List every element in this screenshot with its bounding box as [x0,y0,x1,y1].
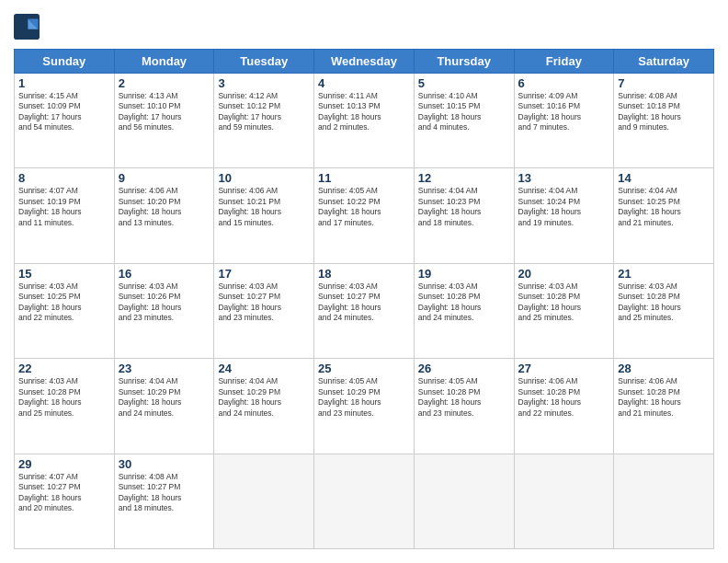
week-row-2: 8Sunrise: 4:07 AM Sunset: 10:19 PM Dayli… [15,168,714,263]
day-info: Sunrise: 4:10 AM Sunset: 10:15 PM Daylig… [418,91,510,133]
day-info: Sunrise: 4:06 AM Sunset: 10:28 PM Daylig… [518,376,610,419]
calendar-cell: 22Sunrise: 4:03 AM Sunset: 10:28 PM Dayl… [15,359,115,454]
calendar-cell: 14Sunrise: 4:04 AM Sunset: 10:25 PM Dayl… [614,168,714,263]
logo [14,14,43,40]
week-row-1: 1Sunrise: 4:15 AM Sunset: 10:09 PM Dayli… [15,74,714,168]
calendar-cell: 10Sunrise: 4:06 AM Sunset: 10:21 PM Dayl… [214,168,314,263]
week-row-4: 22Sunrise: 4:03 AM Sunset: 10:28 PM Dayl… [15,359,714,454]
weekday-monday: Monday [114,50,214,74]
calendar-cell [414,454,514,548]
day-number: 10 [218,171,310,185]
weekday-friday: Friday [514,50,614,74]
day-number: 24 [218,362,310,375]
day-info: Sunrise: 4:03 AM Sunset: 10:28 PM Daylig… [418,282,510,324]
calendar-cell: 25Sunrise: 4:05 AM Sunset: 10:29 PM Dayl… [314,359,415,454]
day-info: Sunrise: 4:07 AM Sunset: 10:19 PM Daylig… [18,186,110,228]
calendar-cell [214,454,314,548]
day-info: Sunrise: 4:06 AM Sunset: 10:21 PM Daylig… [218,186,310,228]
day-number: 19 [418,267,510,281]
day-number: 13 [518,171,610,185]
day-info: Sunrise: 4:08 AM Sunset: 10:27 PM Daylig… [119,472,210,514]
calendar-cell: 15Sunrise: 4:03 AM Sunset: 10:25 PM Dayl… [15,263,115,358]
day-number: 4 [318,76,410,90]
day-info: Sunrise: 4:08 AM Sunset: 10:18 PM Daylig… [618,91,710,133]
calendar-cell: 4Sunrise: 4:11 AM Sunset: 10:13 PM Dayli… [314,74,415,168]
day-info: Sunrise: 4:03 AM Sunset: 10:27 PM Daylig… [318,282,410,324]
day-info: Sunrise: 4:13 AM Sunset: 10:10 PM Daylig… [119,91,210,133]
calendar-cell: 28Sunrise: 4:06 AM Sunset: 10:28 PM Dayl… [614,359,714,454]
week-row-3: 15Sunrise: 4:03 AM Sunset: 10:25 PM Dayl… [15,263,714,358]
day-number: 22 [18,362,110,375]
page-header [14,14,714,40]
day-info: Sunrise: 4:03 AM Sunset: 10:26 PM Daylig… [119,282,210,324]
day-info: Sunrise: 4:12 AM Sunset: 10:12 PM Daylig… [218,91,310,133]
day-info: Sunrise: 4:06 AM Sunset: 10:20 PM Daylig… [119,186,210,228]
day-info: Sunrise: 4:15 AM Sunset: 10:09 PM Daylig… [18,91,110,133]
calendar-cell: 7Sunrise: 4:08 AM Sunset: 10:18 PM Dayli… [614,74,714,168]
day-number: 12 [418,171,510,185]
day-number: 11 [318,171,410,185]
day-info: Sunrise: 4:03 AM Sunset: 10:28 PM Daylig… [518,282,610,324]
weekday-wednesday: Wednesday [314,50,415,74]
calendar-cell: 19Sunrise: 4:03 AM Sunset: 10:28 PM Dayl… [414,263,514,358]
day-number: 6 [518,76,610,90]
page-container: SundayMondayTuesdayWednesdayThursdayFrid… [0,0,728,563]
day-info: Sunrise: 4:05 AM Sunset: 10:28 PM Daylig… [418,376,510,419]
day-number: 28 [618,362,710,375]
day-info: Sunrise: 4:04 AM Sunset: 10:29 PM Daylig… [119,376,210,419]
calendar-cell: 6Sunrise: 4:09 AM Sunset: 10:16 PM Dayli… [514,74,614,168]
weekday-saturday: Saturday [614,50,714,74]
calendar-cell: 16Sunrise: 4:03 AM Sunset: 10:26 PM Dayl… [114,263,214,358]
calendar-table: SundayMondayTuesdayWednesdayThursdayFrid… [14,49,714,549]
calendar-cell: 27Sunrise: 4:06 AM Sunset: 10:28 PM Dayl… [514,359,614,454]
day-info: Sunrise: 4:03 AM Sunset: 10:25 PM Daylig… [18,282,110,324]
day-info: Sunrise: 4:04 AM Sunset: 10:29 PM Daylig… [218,376,310,419]
calendar-cell: 12Sunrise: 4:04 AM Sunset: 10:23 PM Dayl… [414,168,514,263]
day-info: Sunrise: 4:07 AM Sunset: 10:27 PM Daylig… [18,472,110,514]
calendar-cell: 29Sunrise: 4:07 AM Sunset: 10:27 PM Dayl… [15,454,115,548]
day-number: 23 [119,362,210,375]
weekday-thursday: Thursday [414,50,514,74]
day-number: 26 [418,362,510,375]
day-info: Sunrise: 4:11 AM Sunset: 10:13 PM Daylig… [318,91,410,133]
day-number: 14 [618,171,710,185]
day-number: 25 [318,362,410,375]
day-number: 3 [218,76,310,90]
day-number: 15 [18,267,110,281]
day-info: Sunrise: 4:04 AM Sunset: 10:24 PM Daylig… [518,186,610,228]
calendar-cell: 17Sunrise: 4:03 AM Sunset: 10:27 PM Dayl… [214,263,314,358]
logo-icon [14,14,40,40]
day-info: Sunrise: 4:03 AM Sunset: 10:27 PM Daylig… [218,282,310,324]
calendar-cell [314,454,415,548]
calendar-cell: 23Sunrise: 4:04 AM Sunset: 10:29 PM Dayl… [114,359,214,454]
calendar-cell: 26Sunrise: 4:05 AM Sunset: 10:28 PM Dayl… [414,359,514,454]
day-number: 8 [18,171,110,185]
day-info: Sunrise: 4:06 AM Sunset: 10:28 PM Daylig… [618,376,710,419]
calendar-cell: 3Sunrise: 4:12 AM Sunset: 10:12 PM Dayli… [214,74,314,168]
day-info: Sunrise: 4:04 AM Sunset: 10:25 PM Daylig… [618,186,710,228]
calendar-cell: 30Sunrise: 4:08 AM Sunset: 10:27 PM Dayl… [114,454,214,548]
calendar-cell: 20Sunrise: 4:03 AM Sunset: 10:28 PM Dayl… [514,263,614,358]
day-number: 1 [18,76,110,90]
day-number: 2 [119,76,210,90]
calendar-cell: 8Sunrise: 4:07 AM Sunset: 10:19 PM Dayli… [15,168,115,263]
calendar-cell: 18Sunrise: 4:03 AM Sunset: 10:27 PM Dayl… [314,263,415,358]
calendar-cell: 11Sunrise: 4:05 AM Sunset: 10:22 PM Dayl… [314,168,415,263]
calendar-cell: 24Sunrise: 4:04 AM Sunset: 10:29 PM Dayl… [214,359,314,454]
calendar-cell: 2Sunrise: 4:13 AM Sunset: 10:10 PM Dayli… [114,74,214,168]
weekday-header-row: SundayMondayTuesdayWednesdayThursdayFrid… [15,50,714,74]
day-info: Sunrise: 4:05 AM Sunset: 10:22 PM Daylig… [318,186,410,228]
day-number: 30 [119,457,210,471]
day-number: 5 [418,76,510,90]
day-number: 17 [218,267,310,281]
calendar-cell: 9Sunrise: 4:06 AM Sunset: 10:20 PM Dayli… [114,168,214,263]
calendar-cell [514,454,614,548]
weekday-tuesday: Tuesday [214,50,314,74]
day-info: Sunrise: 4:05 AM Sunset: 10:29 PM Daylig… [318,376,410,419]
day-number: 18 [318,267,410,281]
calendar-cell: 21Sunrise: 4:03 AM Sunset: 10:28 PM Dayl… [614,263,714,358]
day-info: Sunrise: 4:03 AM Sunset: 10:28 PM Daylig… [18,376,110,419]
calendar-cell [614,454,714,548]
day-number: 7 [618,76,710,90]
day-number: 16 [119,267,210,281]
